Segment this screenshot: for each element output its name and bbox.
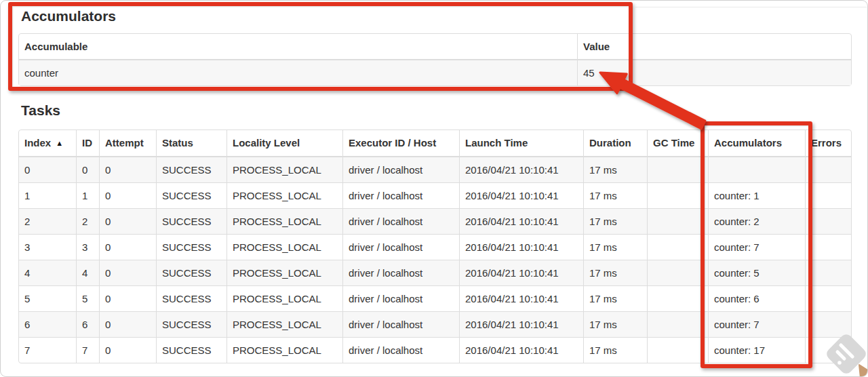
table-cell: SUCCESS xyxy=(156,208,226,234)
table-cell xyxy=(647,285,708,311)
column-header-duration[interactable]: Duration xyxy=(583,130,647,157)
table-cell xyxy=(647,157,708,182)
table-cell: 3 xyxy=(19,234,76,260)
column-header-status[interactable]: Status xyxy=(156,130,226,157)
column-header-errors[interactable]: Errors xyxy=(805,130,851,157)
table-cell: 0 xyxy=(19,157,76,182)
table-cell: 17 ms xyxy=(583,311,647,337)
accumulators-table: AccumulableValue counter45 xyxy=(18,33,852,86)
table-cell: counter: 6 xyxy=(708,285,805,311)
column-header-launch-time[interactable]: Launch Time xyxy=(459,130,583,157)
table-row: 220SUCCESSPROCESS_LOCALdriver / localhos… xyxy=(19,208,851,234)
table-cell: 2016/04/21 10:10:41 xyxy=(459,157,583,182)
column-header-label: Index xyxy=(24,137,51,148)
column-header-label: Locality Level xyxy=(233,137,300,148)
column-header-id[interactable]: ID xyxy=(76,130,99,157)
table-cell: driver / localhost xyxy=(342,260,459,285)
column-header-attempt[interactable]: Attempt xyxy=(99,130,156,157)
table-cell: PROCESS_LOCAL xyxy=(226,208,342,234)
table-cell: SUCCESS xyxy=(156,260,226,285)
table-cell xyxy=(708,157,805,182)
table-cell: counter: 17 xyxy=(708,337,805,363)
tasks-header-row: Index▲IDAttemptStatusLocality LevelExecu… xyxy=(19,130,851,157)
table-cell: PROCESS_LOCAL xyxy=(226,285,342,311)
table-cell: SUCCESS xyxy=(156,311,226,337)
table-cell: 17 ms xyxy=(583,208,647,234)
table-cell: 4 xyxy=(19,260,76,285)
window-hairline xyxy=(635,7,867,7)
table-cell: 4 xyxy=(76,260,99,285)
table-cell: 5 xyxy=(19,285,76,311)
table-cell: 17 ms xyxy=(583,157,647,182)
tasks-table: Index▲IDAttemptStatusLocality LevelExecu… xyxy=(18,130,852,363)
column-header-label: Accumulators xyxy=(714,137,782,148)
table-cell: PROCESS_LOCAL xyxy=(226,311,342,337)
table-cell xyxy=(805,285,851,311)
table-row: 440SUCCESSPROCESS_LOCALdriver / localhos… xyxy=(19,260,851,285)
table-cell: 2016/04/21 10:10:41 xyxy=(459,208,583,234)
table-cell: SUCCESS xyxy=(156,182,226,208)
column-header-label: Attempt xyxy=(105,137,144,148)
table-cell: 0 xyxy=(99,234,156,260)
column-header-label: Executor ID / Host xyxy=(349,137,436,148)
table-cell: 0 xyxy=(99,208,156,234)
column-header-value[interactable]: Value xyxy=(577,34,851,60)
table-cell: counter xyxy=(19,60,577,85)
table-cell xyxy=(647,260,708,285)
table-row: 110SUCCESSPROCESS_LOCALdriver / localhos… xyxy=(19,182,851,208)
column-header-index[interactable]: Index▲ xyxy=(19,130,76,157)
table-row: 660SUCCESSPROCESS_LOCALdriver / localhos… xyxy=(19,311,851,337)
table-cell: 17 ms xyxy=(583,260,647,285)
column-header-accumulators[interactable]: Accumulators xyxy=(708,130,805,157)
table-cell xyxy=(647,337,708,363)
table-cell: 2016/04/21 10:10:41 xyxy=(459,182,583,208)
table-cell: 2016/04/21 10:10:41 xyxy=(459,234,583,260)
table-cell: driver / localhost xyxy=(342,285,459,311)
table-cell: 45 xyxy=(577,60,851,85)
table-cell: 2 xyxy=(76,208,99,234)
table-cell: 17 ms xyxy=(583,182,647,208)
table-cell: 17 ms xyxy=(583,234,647,260)
column-header-executor-id-host[interactable]: Executor ID / Host xyxy=(342,130,459,157)
table-cell: 2016/04/21 10:10:41 xyxy=(459,311,583,337)
table-cell: driver / localhost xyxy=(342,337,459,363)
accumulators-header-row: AccumulableValue xyxy=(19,34,851,60)
corner-arrow-fragment xyxy=(859,365,868,377)
table-cell xyxy=(647,208,708,234)
table-cell: PROCESS_LOCAL xyxy=(226,182,342,208)
table-cell: driver / localhost xyxy=(342,234,459,260)
table-cell xyxy=(805,337,851,363)
column-header-locality-level[interactable]: Locality Level xyxy=(226,130,342,157)
table-cell: 0 xyxy=(99,337,156,363)
table-cell: counter: 5 xyxy=(708,260,805,285)
column-header-label: Errors xyxy=(811,137,842,148)
table-cell: 2016/04/21 10:10:41 xyxy=(459,285,583,311)
table-cell: 1 xyxy=(19,182,76,208)
column-header-label: GC Time xyxy=(653,137,694,148)
table-cell xyxy=(805,182,851,208)
table-cell: PROCESS_LOCAL xyxy=(226,260,342,285)
table-cell: 6 xyxy=(76,311,99,337)
column-header-gc-time[interactable]: GC Time xyxy=(647,130,708,157)
column-header-label: Status xyxy=(162,137,193,148)
table-cell: 17 ms xyxy=(583,337,647,363)
table-cell xyxy=(647,234,708,260)
table-cell: 5 xyxy=(76,285,99,311)
table-cell: driver / localhost xyxy=(342,182,459,208)
column-header-accumulable[interactable]: Accumulable xyxy=(19,34,577,60)
table-cell: 3 xyxy=(76,234,99,260)
table-row: 770SUCCESSPROCESS_LOCALdriver / localhos… xyxy=(19,337,851,363)
table-cell: driver / localhost xyxy=(342,311,459,337)
column-header-label: Duration xyxy=(589,137,631,148)
table-cell xyxy=(805,157,851,182)
column-header-label: Accumulable xyxy=(24,41,87,52)
table-cell: 0 xyxy=(99,182,156,208)
table-cell: SUCCESS xyxy=(156,234,226,260)
column-header-label: Value xyxy=(583,41,610,52)
table-cell: SUCCESS xyxy=(156,337,226,363)
table-row: counter45 xyxy=(19,60,851,85)
column-header-label: ID xyxy=(82,137,92,148)
table-cell xyxy=(647,182,708,208)
table-cell: 17 ms xyxy=(583,285,647,311)
table-row: 000SUCCESSPROCESS_LOCALdriver / localhos… xyxy=(19,157,851,182)
